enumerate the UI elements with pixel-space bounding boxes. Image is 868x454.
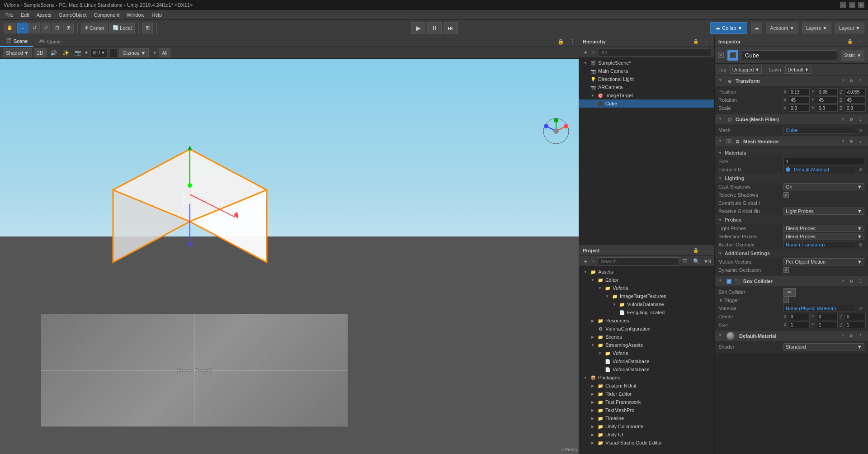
menu-component[interactable]: Component <box>90 11 123 19</box>
center-z-input[interactable] <box>845 313 866 320</box>
menu-window[interactable]: Window <box>123 11 148 19</box>
material-help-button[interactable]: ? <box>840 333 846 339</box>
fx-button[interactable]: ✨ <box>61 49 71 57</box>
receive-shadows-checkbox[interactable]: ✓ <box>783 192 789 198</box>
additional-settings-label[interactable]: ▼ Additional Settings <box>715 249 868 258</box>
project-rider-editor[interactable]: ▶ 📁 Rider Editor <box>579 390 714 398</box>
scene-tab[interactable]: 🎬 Scene <box>0 36 33 47</box>
reflection-probes-dropdown[interactable]: Blend Probes ▼ <box>783 233 864 240</box>
dynamic-occlusion-checkbox[interactable]: ✓ <box>783 267 789 273</box>
maximize-button[interactable]: □ <box>849 2 855 8</box>
pivot-button[interactable]: ⊕ Center <box>81 23 108 33</box>
meshrenderer-enabled-checkbox[interactable]: ✓ <box>726 139 731 144</box>
project-view-button[interactable]: ☰ <box>681 257 689 265</box>
menu-help[interactable]: Help <box>148 11 165 19</box>
edit-collider-button[interactable]: ✏ <box>783 288 796 297</box>
transform-settings-button[interactable]: ⚙ <box>848 78 855 84</box>
project-timeline[interactable]: ▶ 📁 Timeline <box>579 414 714 422</box>
move-tool-button[interactable]: ↔ <box>17 23 28 33</box>
project-unity-ui[interactable]: ▶ 📁 Unity UI <box>579 430 714 439</box>
static-dropdown[interactable]: Static ▼ <box>841 50 864 61</box>
audio-button[interactable]: 🔊 <box>48 49 59 57</box>
tree-item-samplescene[interactable]: ▼ 🎬 SampleScene* <box>579 59 714 67</box>
meshfilter-menu-button[interactable]: ⋮ <box>857 116 864 123</box>
scale-y-input[interactable] <box>817 104 838 112</box>
transform-header[interactable]: ▼ ⊕ Transform ? ⚙ ⋮ <box>715 76 868 86</box>
project-streamingassets[interactable]: ▼ 📁 StreamingAssets <box>579 341 714 349</box>
scene-lock-button[interactable]: 🔒 <box>556 38 566 46</box>
transform-tool-button[interactable]: ⊞ <box>63 23 74 33</box>
game-tab[interactable]: 🎮 Game <box>33 36 66 47</box>
project-assets[interactable]: ▼ 📁 Assets <box>579 268 714 276</box>
project-imagetargettextures[interactable]: ▼ 📁 ImageTargetTextures <box>579 292 714 300</box>
menu-assets[interactable]: Assets <box>33 11 55 19</box>
element0-value[interactable]: Default-Material <box>783 166 855 173</box>
boxcollider-enabled-checkbox[interactable]: ✓ <box>726 279 731 284</box>
transform-menu-button[interactable]: ⋮ <box>857 78 864 84</box>
rect-tool-button[interactable]: ⊡ <box>52 23 62 33</box>
all-dropdown[interactable]: All <box>159 48 170 57</box>
project-resources[interactable]: ▶ 📁 Resources <box>579 317 714 325</box>
project-vuforiadatabase-folder[interactable]: ▼ 📁 VuforiaDatabase <box>579 300 714 308</box>
materials-section-label[interactable]: ▼ Materials <box>715 148 868 157</box>
center-y-input[interactable] <box>817 313 838 320</box>
element0-pick-button[interactable]: ◎ <box>857 166 864 173</box>
project-vuforiaconfiguration[interactable]: ⚙ VuforiaConfiguration <box>579 325 714 333</box>
project-test-framework[interactable]: ▶ 📁 Test Framework <box>579 398 714 406</box>
hand-tool-button[interactable]: ✋ <box>4 23 16 33</box>
shader-dropdown[interactable]: Standard ▼ <box>783 343 864 350</box>
transform-help-button[interactable]: ? <box>840 78 846 84</box>
scene-camera-button[interactable]: 📷 <box>73 49 83 57</box>
light-probes-dropdown[interactable]: Blend Probes ▼ <box>783 225 864 232</box>
position-z-input[interactable] <box>845 88 866 95</box>
boxcollider-help-button[interactable]: ? <box>840 278 846 284</box>
material-header[interactable]: ▼ Default-Material ? ⚙ ⋮ <box>715 331 868 341</box>
collab-button[interactable]: ☁ Collab ▼ <box>710 22 747 34</box>
rotation-y-input[interactable] <box>817 96 838 104</box>
scale-x-input[interactable] <box>789 104 810 112</box>
materials-size-input[interactable] <box>783 158 864 165</box>
is-trigger-checkbox[interactable] <box>783 298 789 303</box>
project-packages[interactable]: ▼ 📦 Packages <box>579 374 714 382</box>
menu-file[interactable]: File <box>2 11 17 19</box>
project-vuforiadatabase-1[interactable]: 📄 VuforiaDatabase <box>579 357 714 365</box>
boxcollider-header[interactable]: ▼ ✓ ⬛ Box Collider ? ⚙ ⋮ <box>715 276 868 286</box>
menu-gameobject[interactable]: GameObject <box>55 11 90 19</box>
scene-viewport[interactable]: [Image Target] < Persp <box>0 59 579 454</box>
pause-button[interactable]: ⏸ <box>427 22 442 34</box>
account-dropdown[interactable]: Account ▼ <box>766 23 798 33</box>
meshrenderer-header[interactable]: ▼ ✓ 🖥 Mesh Renderer ? ⚙ ⋮ <box>715 137 868 147</box>
collider-material-value[interactable]: None (Physic Material) <box>783 305 855 312</box>
motion-vectors-dropdown[interactable]: Per Object Motion ▼ <box>783 258 864 265</box>
material-menu-button[interactable]: ⋮ <box>857 333 864 339</box>
layout-dropdown[interactable]: Layout ▼ <box>835 23 864 33</box>
center-x-input[interactable] <box>789 313 810 320</box>
size-y-input[interactable] <box>817 321 838 328</box>
size-x-input[interactable] <box>789 321 810 328</box>
rotation-x-input[interactable] <box>789 96 810 104</box>
project-filter-button[interactable]: 🔍 <box>691 257 702 265</box>
meshrenderer-menu-button[interactable]: ⋮ <box>857 138 864 145</box>
project-textmeshpro[interactable]: ▶ 📁 TextMeshPro <box>579 406 714 414</box>
project-vuforia-editor[interactable]: ▼ 📁 Vuforia <box>579 284 714 292</box>
play-button[interactable]: ▶ <box>411 22 425 34</box>
project-vscode-editor[interactable]: ▶ 📁 Visual Studio Code Editor <box>579 439 714 447</box>
tag-dropdown[interactable]: Untagged ▼ <box>730 66 762 74</box>
tree-item-maincamera[interactable]: 📷 Main Camera <box>579 67 714 75</box>
receive-gi-dropdown[interactable]: Light Probes ▼ <box>783 208 864 215</box>
rotation-z-input[interactable] <box>845 96 866 104</box>
project-vuforiadatabase-2[interactable]: 📄 VuforiaDatabase <box>579 365 714 374</box>
project-vuforia-streaming[interactable]: ▼ 📁 Vuforia <box>579 349 714 357</box>
gizmos-dropdown[interactable]: Gizmos ▼ <box>119 48 149 57</box>
snap-button[interactable]: ⊞ <box>142 23 153 33</box>
tree-item-imagetarget[interactable]: ▼ 🎯 ImageTarget <box>579 91 714 99</box>
layers-dropdown[interactable]: Layers ▼ <box>802 23 831 33</box>
position-y-input[interactable] <box>817 88 838 95</box>
shading-dropdown[interactable]: Shaded ▼ <box>3 48 32 57</box>
menu-edit[interactable]: Edit <box>17 11 33 19</box>
scale-tool-button[interactable]: ⤢ <box>41 23 51 33</box>
close-button[interactable]: ✕ <box>858 2 864 8</box>
size-z-input[interactable] <box>845 321 866 328</box>
rotate-tool-button[interactable]: ↺ <box>29 23 40 33</box>
meshfilter-settings-button[interactable]: ⚙ <box>848 116 855 123</box>
